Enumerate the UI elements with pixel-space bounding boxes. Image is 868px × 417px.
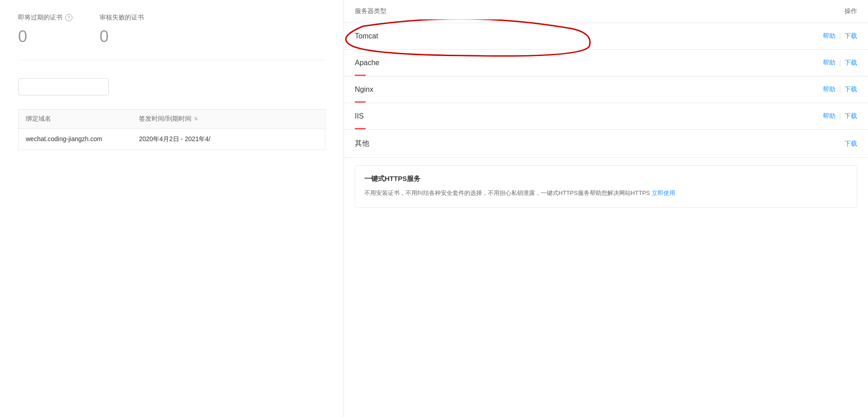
server-row-tomcat: Tomcat 帮助 | 下载 bbox=[344, 23, 868, 50]
iis-actions: 帮助 | 下载 bbox=[803, 112, 857, 120]
server-row-other: 其他 下载 bbox=[344, 130, 868, 158]
other-actions: 下载 bbox=[803, 140, 857, 148]
date-column-header[interactable]: 签发时间/到期时间 ⇅ bbox=[139, 115, 198, 123]
right-panel: 服务器类型 操作 Tomcat 帮助 | 下载 Apache 帮助 | 下载 N… bbox=[344, 0, 868, 417]
nginx-download-link[interactable]: 下载 bbox=[844, 85, 857, 94]
date-cell: 2020年4月2日 - 2021年4/ bbox=[139, 135, 210, 143]
nginx-indicator bbox=[355, 101, 366, 103]
apache-help-link[interactable]: 帮助 bbox=[823, 59, 835, 67]
domain-cell: wechat.coding-jiangzh.com bbox=[26, 135, 139, 143]
server-row-nginx: Nginx 帮助 | 下载 bbox=[344, 76, 868, 103]
info-box: 一键式HTTPS服务 不用安装证书，不用纠结各种安全套件的选择，不用担心私钥泄露… bbox=[355, 165, 857, 208]
tomcat-action-divider: | bbox=[839, 33, 841, 40]
iis-indicator bbox=[355, 128, 366, 129]
server-row-apache: Apache 帮助 | 下载 bbox=[344, 50, 868, 76]
sort-icon: ⇅ bbox=[194, 117, 198, 121]
apache-download-link[interactable]: 下载 bbox=[844, 59, 857, 67]
left-panel: 即将过期的证书 ? 0 审核失败的证书 0 🔍 绑定域名 签发时间/到期时间 ⇅… bbox=[0, 0, 344, 417]
info-box-content: 不用安装证书，不用纠结各种安全套件的选择，不用担心私钥泄露，一键式HTTPS服务… bbox=[364, 188, 848, 198]
server-row-iis: IIS 帮助 | 下载 bbox=[344, 103, 868, 130]
search-input[interactable] bbox=[19, 80, 109, 94]
expiring-cert-stat: 即将过期的证书 ? 0 bbox=[18, 14, 72, 46]
other-download-link[interactable]: 下载 bbox=[844, 140, 857, 148]
tomcat-help-link[interactable]: 帮助 bbox=[823, 32, 835, 40]
failed-cert-label: 审核失败的证书 bbox=[100, 14, 144, 22]
failed-cert-value: 0 bbox=[100, 27, 144, 46]
server-table-header: 服务器类型 操作 bbox=[344, 0, 868, 23]
iis-download-link[interactable]: 下载 bbox=[844, 112, 857, 120]
expiring-cert-help-icon[interactable]: ? bbox=[65, 14, 72, 21]
nginx-help-link[interactable]: 帮助 bbox=[823, 85, 835, 94]
failed-cert-stat: 审核失败的证书 0 bbox=[100, 14, 144, 46]
expiring-cert-value: 0 bbox=[18, 27, 72, 46]
tomcat-download-link[interactable]: 下载 bbox=[844, 32, 857, 40]
info-box-text: 不用安装证书，不用纠结各种安全套件的选择，不用担心私钥泄露，一键式HTTPS服务… bbox=[364, 188, 650, 198]
type-column-header: 服务器类型 bbox=[355, 7, 803, 15]
apache-actions: 帮助 | 下载 bbox=[803, 59, 857, 67]
other-name: 其他 bbox=[355, 139, 803, 148]
action-column-header: 操作 bbox=[803, 7, 857, 15]
apache-indicator bbox=[355, 75, 366, 76]
stats-row: 即将过期的证书 ? 0 审核失败的证书 0 bbox=[18, 14, 325, 60]
nginx-actions: 帮助 | 下载 bbox=[803, 85, 857, 94]
iis-help-link[interactable]: 帮助 bbox=[823, 112, 835, 120]
tomcat-actions: 帮助 | 下载 bbox=[803, 32, 857, 40]
apache-name: Apache bbox=[355, 59, 803, 67]
search-area: 🔍 bbox=[18, 78, 325, 95]
nginx-action-divider: | bbox=[839, 86, 841, 93]
iis-action-divider: | bbox=[839, 113, 841, 120]
nginx-name: Nginx bbox=[355, 85, 803, 94]
table-header: 绑定域名 签发时间/到期时间 ⇅ bbox=[18, 109, 325, 128]
tomcat-name: Tomcat bbox=[355, 32, 803, 40]
domain-column-header: 绑定域名 bbox=[26, 115, 139, 123]
expiring-cert-label: 即将过期的证书 bbox=[18, 14, 62, 22]
info-box-link[interactable]: 立即使用 bbox=[652, 188, 675, 198]
iis-name: IIS bbox=[355, 112, 803, 120]
apache-action-divider: | bbox=[839, 59, 841, 66]
info-box-title: 一键式HTTPS服务 bbox=[364, 175, 848, 183]
table-row: wechat.coding-jiangzh.com 2020年4月2日 - 20… bbox=[18, 128, 325, 150]
search-box: 🔍 bbox=[18, 78, 109, 95]
